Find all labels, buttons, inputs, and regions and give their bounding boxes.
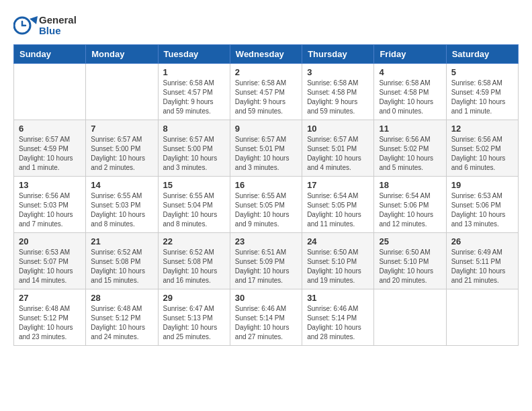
- day-number: 27: [19, 293, 81, 303]
- calendar-cell: 22Sunrise: 6:52 AM Sunset: 5:08 PM Dayli…: [158, 233, 230, 289]
- day-number: 5: [451, 67, 513, 77]
- day-info: Sunrise: 6:50 AM Sunset: 5:10 PM Dayligh…: [379, 248, 441, 285]
- day-info: Sunrise: 6:52 AM Sunset: 5:08 PM Dayligh…: [163, 248, 225, 285]
- day-number: 21: [91, 236, 152, 246]
- day-number: 31: [307, 293, 369, 303]
- day-info: Sunrise: 6:58 AM Sunset: 4:57 PM Dayligh…: [235, 79, 297, 116]
- day-number: 13: [19, 180, 81, 190]
- day-number: 18: [379, 180, 441, 190]
- day-info: Sunrise: 6:48 AM Sunset: 5:12 PM Dayligh…: [91, 304, 152, 342]
- day-number: 4: [379, 67, 441, 77]
- calendar-week-5: 27Sunrise: 6:48 AM Sunset: 5:12 PM Dayli…: [14, 289, 519, 346]
- calendar-cell: 30Sunrise: 6:46 AM Sunset: 5:14 PM Dayli…: [230, 289, 302, 346]
- calendar-header-wednesday: Wednesday: [230, 45, 302, 64]
- day-info: Sunrise: 6:58 AM Sunset: 4:57 PM Dayligh…: [163, 79, 225, 116]
- page-header: General Blue: [13, 13, 519, 38]
- calendar-cell: 31Sunrise: 6:46 AM Sunset: 5:14 PM Dayli…: [302, 289, 374, 346]
- calendar-cell: 15Sunrise: 6:55 AM Sunset: 5:04 PM Dayli…: [158, 177, 230, 233]
- day-number: 14: [91, 180, 152, 190]
- day-info: Sunrise: 6:53 AM Sunset: 5:06 PM Dayligh…: [451, 191, 513, 229]
- calendar-cell: 17Sunrise: 6:54 AM Sunset: 5:05 PM Dayli…: [302, 177, 374, 233]
- day-number: 3: [307, 67, 369, 77]
- day-number: 12: [451, 124, 513, 134]
- calendar-cell: 7Sunrise: 6:57 AM Sunset: 5:00 PM Daylig…: [86, 120, 158, 177]
- day-number: 16: [235, 180, 297, 190]
- day-number: 28: [91, 293, 152, 303]
- calendar-cell: 3Sunrise: 6:58 AM Sunset: 4:58 PM Daylig…: [302, 64, 374, 120]
- day-info: Sunrise: 6:56 AM Sunset: 5:03 PM Dayligh…: [19, 191, 81, 229]
- logo-general: General: [39, 15, 77, 26]
- calendar-header-tuesday: Tuesday: [158, 45, 230, 64]
- day-number: 24: [307, 236, 369, 246]
- calendar-cell: 10Sunrise: 6:57 AM Sunset: 5:01 PM Dayli…: [302, 120, 374, 177]
- day-info: Sunrise: 6:57 AM Sunset: 5:01 PM Dayligh…: [307, 135, 369, 173]
- day-info: Sunrise: 6:58 AM Sunset: 4:58 PM Dayligh…: [379, 79, 441, 116]
- day-info: Sunrise: 6:47 AM Sunset: 5:13 PM Dayligh…: [163, 304, 225, 342]
- calendar-cell: 16Sunrise: 6:55 AM Sunset: 5:05 PM Dayli…: [230, 177, 302, 233]
- day-info: Sunrise: 6:46 AM Sunset: 5:14 PM Dayligh…: [235, 304, 297, 342]
- day-info: Sunrise: 6:57 AM Sunset: 5:01 PM Dayligh…: [235, 135, 297, 173]
- day-info: Sunrise: 6:51 AM Sunset: 5:09 PM Dayligh…: [235, 248, 297, 285]
- day-number: 2: [235, 67, 297, 77]
- calendar-cell: 28Sunrise: 6:48 AM Sunset: 5:12 PM Dayli…: [86, 289, 158, 346]
- day-number: 29: [163, 293, 225, 303]
- calendar-cell: [374, 289, 446, 346]
- day-info: Sunrise: 6:48 AM Sunset: 5:12 PM Dayligh…: [19, 304, 81, 342]
- calendar-cell: [86, 64, 158, 120]
- day-info: Sunrise: 6:57 AM Sunset: 5:00 PM Dayligh…: [91, 135, 152, 173]
- calendar-cell: 26Sunrise: 6:49 AM Sunset: 5:11 PM Dayli…: [446, 233, 518, 289]
- calendar-cell: 11Sunrise: 6:56 AM Sunset: 5:02 PM Dayli…: [374, 120, 446, 177]
- day-info: Sunrise: 6:49 AM Sunset: 5:11 PM Dayligh…: [451, 248, 513, 285]
- calendar-cell: 12Sunrise: 6:56 AM Sunset: 5:02 PM Dayli…: [446, 120, 518, 177]
- calendar-cell: 25Sunrise: 6:50 AM Sunset: 5:10 PM Dayli…: [374, 233, 446, 289]
- day-info: Sunrise: 6:57 AM Sunset: 5:00 PM Dayligh…: [163, 135, 225, 173]
- day-number: 1: [163, 67, 225, 77]
- calendar-header-thursday: Thursday: [302, 45, 374, 64]
- day-number: 17: [307, 180, 369, 190]
- calendar-cell: 13Sunrise: 6:56 AM Sunset: 5:03 PM Dayli…: [14, 177, 86, 233]
- day-number: 6: [19, 124, 81, 134]
- day-info: Sunrise: 6:53 AM Sunset: 5:07 PM Dayligh…: [19, 248, 81, 285]
- day-number: 10: [307, 124, 369, 134]
- day-info: Sunrise: 6:50 AM Sunset: 5:10 PM Dayligh…: [307, 248, 369, 285]
- calendar-cell: 14Sunrise: 6:55 AM Sunset: 5:03 PM Dayli…: [86, 177, 158, 233]
- calendar-cell: 20Sunrise: 6:53 AM Sunset: 5:07 PM Dayli…: [14, 233, 86, 289]
- calendar-cell: 9Sunrise: 6:57 AM Sunset: 5:01 PM Daylig…: [230, 120, 302, 177]
- calendar-week-3: 13Sunrise: 6:56 AM Sunset: 5:03 PM Dayli…: [14, 177, 519, 233]
- calendar-week-1: 1Sunrise: 6:58 AM Sunset: 4:57 PM Daylig…: [14, 64, 519, 120]
- day-number: 9: [235, 124, 297, 134]
- day-number: 22: [163, 236, 225, 246]
- day-number: 26: [451, 236, 513, 246]
- calendar-cell: 19Sunrise: 6:53 AM Sunset: 5:06 PM Dayli…: [446, 177, 518, 233]
- calendar-cell: 5Sunrise: 6:58 AM Sunset: 4:59 PM Daylig…: [446, 64, 518, 120]
- day-info: Sunrise: 6:55 AM Sunset: 5:04 PM Dayligh…: [163, 191, 225, 229]
- calendar-table: SundayMondayTuesdayWednesdayThursdayFrid…: [13, 44, 519, 346]
- calendar-week-4: 20Sunrise: 6:53 AM Sunset: 5:07 PM Dayli…: [14, 233, 519, 289]
- calendar-header-friday: Friday: [374, 45, 446, 64]
- day-info: Sunrise: 6:54 AM Sunset: 5:05 PM Dayligh…: [307, 191, 369, 229]
- logo: General Blue: [13, 13, 77, 38]
- day-number: 7: [91, 124, 152, 134]
- calendar-cell: 24Sunrise: 6:50 AM Sunset: 5:10 PM Dayli…: [302, 233, 374, 289]
- calendar-header-monday: Monday: [86, 45, 158, 64]
- day-info: Sunrise: 6:58 AM Sunset: 4:59 PM Dayligh…: [451, 79, 513, 116]
- calendar-cell: [446, 289, 518, 346]
- day-info: Sunrise: 6:58 AM Sunset: 4:58 PM Dayligh…: [307, 79, 369, 116]
- day-info: Sunrise: 6:46 AM Sunset: 5:14 PM Dayligh…: [307, 304, 369, 342]
- day-info: Sunrise: 6:52 AM Sunset: 5:08 PM Dayligh…: [91, 248, 152, 285]
- calendar-cell: 21Sunrise: 6:52 AM Sunset: 5:08 PM Dayli…: [86, 233, 158, 289]
- calendar-header-saturday: Saturday: [446, 45, 518, 64]
- calendar-week-2: 6Sunrise: 6:57 AM Sunset: 4:59 PM Daylig…: [14, 120, 519, 177]
- day-number: 20: [19, 236, 81, 246]
- calendar-cell: 6Sunrise: 6:57 AM Sunset: 4:59 PM Daylig…: [14, 120, 86, 177]
- day-info: Sunrise: 6:54 AM Sunset: 5:06 PM Dayligh…: [379, 191, 441, 229]
- calendar-cell: 4Sunrise: 6:58 AM Sunset: 4:58 PM Daylig…: [374, 64, 446, 120]
- day-number: 23: [235, 236, 297, 246]
- day-number: 25: [379, 236, 441, 246]
- calendar-cell: 1Sunrise: 6:58 AM Sunset: 4:57 PM Daylig…: [158, 64, 230, 120]
- calendar-cell: 8Sunrise: 6:57 AM Sunset: 5:00 PM Daylig…: [158, 120, 230, 177]
- day-info: Sunrise: 6:56 AM Sunset: 5:02 PM Dayligh…: [451, 135, 513, 173]
- day-number: 11: [379, 124, 441, 134]
- calendar-header-sunday: Sunday: [14, 45, 86, 64]
- calendar-cell: 29Sunrise: 6:47 AM Sunset: 5:13 PM Dayli…: [158, 289, 230, 346]
